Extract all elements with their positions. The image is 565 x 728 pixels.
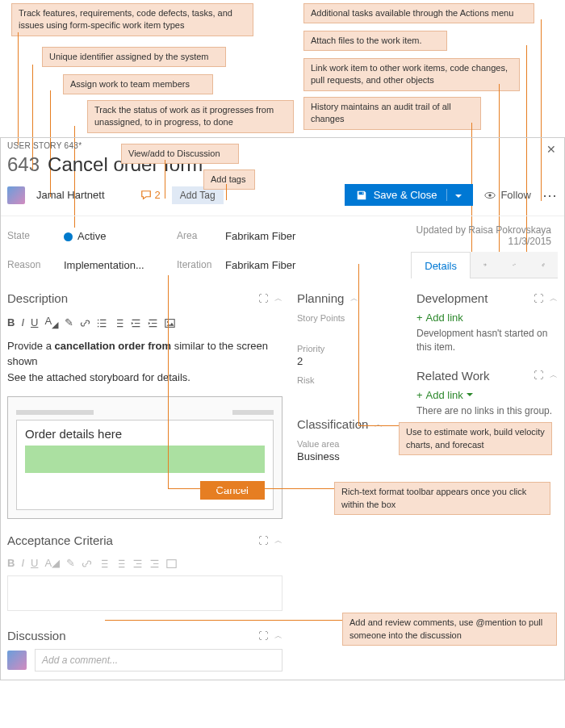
development-heading: Development <box>416 291 488 305</box>
indent-button[interactable] <box>148 316 158 328</box>
collapse-icon[interactable]: ︿ <box>274 535 282 546</box>
fullscreen-icon[interactable]: ⛶ <box>534 293 543 304</box>
state-label: State <box>7 230 64 241</box>
callout-attach: Attach files to the work item. <box>303 31 447 51</box>
link-icon <box>513 258 516 271</box>
assignee-field[interactable]: Jamal Hartnett <box>36 189 105 201</box>
plus-icon: + <box>416 312 423 324</box>
chevron-down-icon <box>455 193 462 199</box>
mock-cancel-button: Cancel <box>200 481 265 500</box>
planning-heading: Planning <box>297 291 344 305</box>
save-button-label: Save & Close <box>374 189 437 201</box>
follow-button[interactable]: Follow <box>484 189 531 201</box>
value-area-field[interactable]: Business <box>297 450 402 462</box>
state-field[interactable]: Active <box>64 230 177 242</box>
svg-rect-5 <box>165 319 174 327</box>
svg-point-1 <box>489 194 492 197</box>
callout-work-item-types: Track features, requirements, code defec… <box>11 3 253 36</box>
work-item-id: 643 <box>7 153 40 176</box>
tab-attachments[interactable] <box>529 252 558 278</box>
collapse-icon[interactable]: ︿ <box>274 630 282 642</box>
follow-label: Follow <box>500 189 531 201</box>
link-button[interactable] <box>80 316 90 328</box>
iteration-field[interactable]: Fabrikam Fiber <box>225 259 314 271</box>
font-color-button[interactable]: A◢ <box>44 315 58 330</box>
svg-rect-7 <box>167 560 176 568</box>
outdent-button[interactable] <box>131 316 141 328</box>
discussion-count-value: 2 <box>155 189 161 201</box>
bold-button[interactable]: B <box>7 316 15 328</box>
collapse-icon[interactable]: ︿ <box>350 293 358 304</box>
discussion-input[interactable]: Add a comment... <box>35 649 282 672</box>
updated-by-text: Updated by Raisa Pokrovskaya 11/3/2015 <box>388 224 558 247</box>
reason-field[interactable]: Implementation... <box>64 259 177 271</box>
area-label: Area <box>177 230 225 241</box>
callout-discussion: View/add to Discussion <box>121 144 239 164</box>
plus-icon: + <box>416 389 423 401</box>
history-icon <box>483 258 487 271</box>
bullet-list-button[interactable] <box>97 316 107 328</box>
discussion-count[interactable]: 2 <box>140 189 161 201</box>
description-heading: Description <box>7 291 68 305</box>
image-button[interactable] <box>165 316 175 328</box>
fullscreen-icon[interactable]: ⛶ <box>258 630 268 642</box>
callout-tags: Add tags <box>203 169 255 190</box>
underline-button[interactable]: U <box>31 316 38 328</box>
state-dot-icon <box>64 232 73 241</box>
add-related-link-button[interactable]: + Add link <box>416 389 558 401</box>
rte-toolbar: B I U A◢ ✎ <box>7 312 282 333</box>
callout-rte: Rich-text format toolbar appears once yo… <box>334 482 550 515</box>
fullscreen-icon[interactable]: ⛶ <box>258 293 268 304</box>
iteration-label: Iteration <box>177 259 225 271</box>
risk-label: Risk <box>297 375 402 385</box>
svg-point-3 <box>98 323 99 324</box>
avatar <box>7 651 27 670</box>
collapse-icon[interactable]: ︿ <box>274 293 282 304</box>
acceptance-heading: Acceptance Criteria <box>7 533 113 547</box>
tab-links[interactable] <box>500 252 529 278</box>
callout-assign: Assign work to team members <box>63 74 213 94</box>
priority-label: Priority <box>297 344 402 354</box>
collapse-icon[interactable]: ︿ <box>375 419 383 430</box>
callout-actions: Additional tasks available through the A… <box>303 3 534 23</box>
priority-field[interactable]: 2 <box>297 355 402 367</box>
tab-history[interactable] <box>471 252 500 278</box>
collapse-icon[interactable]: ︿ <box>550 293 558 304</box>
callout-id: Unique identifier assigned by the system <box>42 47 226 67</box>
collapse-icon[interactable]: ︿ <box>550 370 558 381</box>
callout-planning: Use to estimate work, build velocity cha… <box>399 422 552 455</box>
discussion-heading: Discussion <box>7 629 66 642</box>
add-dev-link-button[interactable]: + Add link <box>416 312 558 324</box>
tab-details[interactable]: Details <box>411 252 471 278</box>
description-content[interactable]: Provide a cancellation order from simila… <box>7 333 282 391</box>
fullscreen-icon[interactable]: ⛶ <box>534 370 543 381</box>
save-dropdown-caret[interactable] <box>446 189 462 201</box>
attachment-icon <box>542 258 545 271</box>
clear-format-button[interactable]: ✎ <box>65 316 73 328</box>
callout-area-top: Track features, requirements, code defec… <box>0 0 565 137</box>
number-list-button[interactable] <box>114 316 124 328</box>
svg-point-4 <box>98 326 99 328</box>
story-points-label: Story Points <box>297 313 402 323</box>
comment-icon <box>140 190 152 201</box>
acceptance-criteria-input[interactable] <box>7 575 282 611</box>
area-field[interactable]: Fabrikam Fiber <box>225 230 388 242</box>
callout-history: History maintains an audit trail of all … <box>303 97 481 130</box>
value-area-label: Value area <box>297 439 402 449</box>
breadcrumb: USER STORY 643* <box>1 138 564 150</box>
development-note: Development hasn't started on this item. <box>416 327 558 354</box>
work-item-form: ✕ USER STORY 643* 643 Cancel order form … <box>0 137 565 680</box>
eye-icon <box>484 190 496 201</box>
chevron-down-icon <box>467 391 473 398</box>
related-heading: Related Work <box>416 369 490 383</box>
callout-discussion-input: Add and review comments, use @mention to… <box>342 613 557 646</box>
reason-label: Reason <box>7 259 64 271</box>
save-and-close-button[interactable]: Save & Close <box>345 184 474 206</box>
callout-state: Track the status of work as it progresse… <box>87 100 294 133</box>
fullscreen-icon[interactable]: ⛶ <box>258 535 268 546</box>
avatar <box>7 186 25 204</box>
svg-point-2 <box>98 319 99 320</box>
actions-menu-button[interactable]: ⋯ <box>542 186 558 204</box>
italic-button[interactable]: I <box>21 316 24 328</box>
close-icon[interactable]: ✕ <box>546 143 556 156</box>
